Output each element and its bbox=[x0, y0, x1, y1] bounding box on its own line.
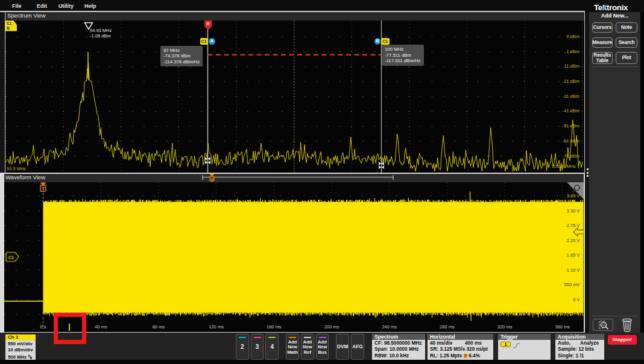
svg-text:U: U bbox=[210, 177, 213, 181]
svg-text:C1: C1 bbox=[8, 255, 14, 260]
svg-text:T: T bbox=[42, 186, 45, 191]
